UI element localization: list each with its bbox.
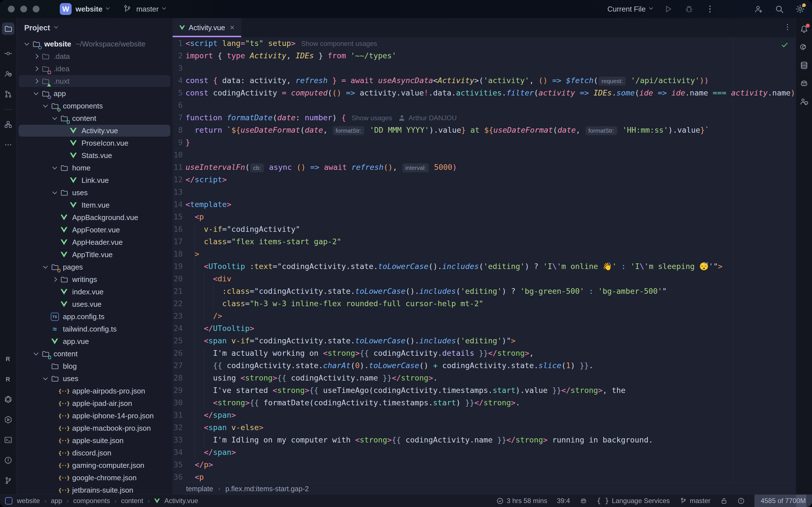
file-lock-widget[interactable] bbox=[720, 497, 728, 505]
tree-item-appbackground.vue[interactable]: AppBackground.vue bbox=[16, 211, 172, 224]
window-zoom-button[interactable] bbox=[33, 6, 40, 12]
tree-item-apple-ipad-air.json[interactable]: {··}apple-ipad-air.json bbox=[16, 397, 172, 409]
copilot-status-icon[interactable] bbox=[580, 497, 587, 505]
code-line-32[interactable]: <span v-else> bbox=[186, 421, 263, 434]
line-number[interactable]: 2 bbox=[172, 50, 183, 62]
line-number[interactable]: 7 bbox=[172, 112, 183, 124]
line-number[interactable]: 13 bbox=[172, 186, 183, 198]
close-icon[interactable]: × bbox=[230, 23, 235, 32]
code-line-24[interactable]: </UTooltip> bbox=[186, 322, 254, 335]
git-branch-widget[interactable]: master bbox=[679, 497, 711, 505]
inspections-ok-icon[interactable] bbox=[780, 41, 789, 51]
line-number[interactable]: 6 bbox=[172, 99, 183, 112]
code-line-4[interactable]: const { data: activity, refresh } = awai… bbox=[186, 74, 709, 87]
chevron-down-icon[interactable] bbox=[43, 103, 48, 108]
line-number[interactable]: 30 bbox=[172, 397, 183, 409]
status-breadcrumb-item[interactable]: components bbox=[73, 497, 110, 505]
line-number[interactable]: 16 bbox=[172, 223, 183, 235]
code-line-21[interactable]: :class="codingActivity.state.toLowerCase… bbox=[186, 285, 667, 297]
code-line-18[interactable]: > bbox=[186, 248, 199, 260]
users-help-icon[interactable] bbox=[2, 68, 14, 80]
line-number[interactable]: 22 bbox=[172, 297, 183, 310]
tree-item-uses[interactable]: uses bbox=[16, 186, 172, 199]
vcs-widget[interactable]: master bbox=[122, 4, 165, 14]
project-widget[interactable]: website bbox=[75, 5, 109, 13]
line-number[interactable]: 29 bbox=[172, 384, 183, 397]
tree-item-app.config.ts[interactable]: TSapp.config.ts bbox=[16, 311, 172, 323]
code-hint[interactable]: Arthur DANJOU bbox=[409, 114, 457, 122]
code-line-14[interactable]: <template> bbox=[186, 198, 232, 211]
line-number[interactable]: 9 bbox=[172, 136, 183, 149]
tree-item-discord.json[interactable]: {··}discord.json bbox=[16, 447, 172, 459]
tree-item-apple-iphone-14-pro.json[interactable]: {··}apple-iphone-14-pro.json bbox=[16, 409, 172, 422]
chevron-down-icon[interactable] bbox=[52, 189, 57, 194]
breadcrumb-item[interactable]: template bbox=[186, 485, 213, 493]
notifications-icon[interactable] bbox=[798, 23, 810, 36]
tree-item-blog[interactable]: blog bbox=[16, 360, 172, 372]
code-line-23[interactable]: /> bbox=[186, 310, 222, 322]
breadcrumb-item[interactable]: p.flex.md:items-start.gap-2 bbox=[225, 485, 309, 493]
line-number[interactable]: 11 bbox=[172, 161, 183, 173]
tree-item-apple-suite.json[interactable]: {··}apple-suite.json bbox=[16, 434, 172, 447]
tree-item-appfooter.vue[interactable]: AppFooter.vue bbox=[16, 224, 172, 236]
project-panel-header[interactable]: Project bbox=[16, 18, 172, 38]
code-line-15[interactable]: <p bbox=[186, 211, 204, 223]
project-folder-icon[interactable] bbox=[2, 22, 14, 35]
line-number[interactable]: 36 bbox=[172, 471, 183, 483]
code-line-20[interactable]: <div bbox=[186, 273, 232, 285]
chevron-down-icon[interactable] bbox=[24, 41, 29, 46]
code-line-1[interactable]: <script lang="ts" setup>Show component u… bbox=[186, 37, 377, 50]
more-actions-button[interactable] bbox=[705, 4, 715, 14]
tree-item-pages[interactable]: pages bbox=[16, 261, 172, 273]
chevron-down-icon[interactable] bbox=[34, 351, 39, 355]
event-log-widget[interactable] bbox=[737, 497, 745, 505]
code-with-me-icon[interactable] bbox=[798, 95, 810, 108]
run-anything-icon[interactable] bbox=[2, 413, 14, 426]
chevron-right-icon[interactable] bbox=[34, 79, 39, 83]
code-with-me-button[interactable] bbox=[753, 4, 763, 14]
tree-item-jetbrains-suite.json[interactable]: {··}jetbrains-suite.json bbox=[16, 484, 172, 495]
code-line-7[interactable]: function formatDate(date: number) {Show … bbox=[186, 112, 457, 124]
line-number[interactable]: 5 bbox=[172, 87, 183, 99]
tree-item-index.vue[interactable]: index.vue bbox=[16, 286, 172, 298]
tree-item-website[interactable]: website~/Workspace/website bbox=[16, 38, 172, 50]
line-number[interactable]: 23 bbox=[172, 310, 183, 322]
chevron-down-icon[interactable] bbox=[43, 376, 48, 380]
chevron-right-icon[interactable] bbox=[52, 277, 57, 282]
code-hint[interactable]: Show usages bbox=[352, 114, 392, 122]
code-line-2[interactable]: import { type Activity, IDEs } from '~~/… bbox=[186, 50, 396, 62]
tree-item-apple-airpods-pro.json[interactable]: {··}apple-airpods-pro.json bbox=[16, 385, 172, 397]
line-number[interactable]: 32 bbox=[172, 421, 183, 434]
tree-item-home[interactable]: home bbox=[16, 162, 172, 174]
chevron-down-icon[interactable] bbox=[43, 264, 48, 269]
chevron-down-icon[interactable] bbox=[52, 165, 57, 170]
tree-item-stats.vue[interactable]: Stats.vue bbox=[16, 149, 172, 162]
git-branch-icon[interactable] bbox=[2, 474, 14, 487]
line-number[interactable]: 20 bbox=[172, 273, 183, 285]
window-close-button[interactable] bbox=[8, 6, 15, 12]
wakatime-widget[interactable]: 3 hrs 58 mins bbox=[496, 497, 547, 505]
line-number[interactable]: 24 bbox=[172, 322, 183, 335]
terminal-icon[interactable] bbox=[2, 434, 14, 446]
tree-item-content[interactable]: content bbox=[16, 348, 172, 360]
tree-item-link.vue[interactable]: Link.vue bbox=[16, 174, 172, 186]
run-button[interactable] bbox=[663, 4, 673, 14]
r-lang-2-icon[interactable]: R bbox=[2, 373, 14, 385]
line-number[interactable]: 21 bbox=[172, 285, 183, 297]
line-number[interactable]: 26 bbox=[172, 347, 183, 359]
code-line-36[interactable]: <p bbox=[186, 471, 204, 483]
line-number[interactable]: 17 bbox=[172, 235, 183, 248]
language-services-widget[interactable]: { } Language Services bbox=[597, 497, 670, 505]
tree-item-gaming-computer.json[interactable]: {··}gaming-computer.json bbox=[16, 459, 172, 471]
code-line-17[interactable]: class="flex items-start gap-2" bbox=[186, 235, 342, 248]
window-minimize-button[interactable] bbox=[20, 6, 27, 12]
run-configuration-selector[interactable]: Current File bbox=[607, 5, 652, 13]
code-pane[interactable]: <script lang="ts" setup>Show component u… bbox=[186, 37, 796, 483]
pull-requests-icon[interactable] bbox=[2, 88, 14, 100]
debug-button[interactable] bbox=[684, 4, 694, 14]
problems-icon[interactable] bbox=[2, 454, 14, 466]
status-breadcrumb-item[interactable]: website bbox=[17, 497, 40, 505]
tree-item-item.vue[interactable]: Item.vue bbox=[16, 199, 172, 211]
code-line-11[interactable]: useIntervalFn(cb: async () => await refr… bbox=[186, 161, 457, 173]
code-line-28[interactable]: using <strong>{{ codingActivity.name }}<… bbox=[186, 372, 438, 384]
